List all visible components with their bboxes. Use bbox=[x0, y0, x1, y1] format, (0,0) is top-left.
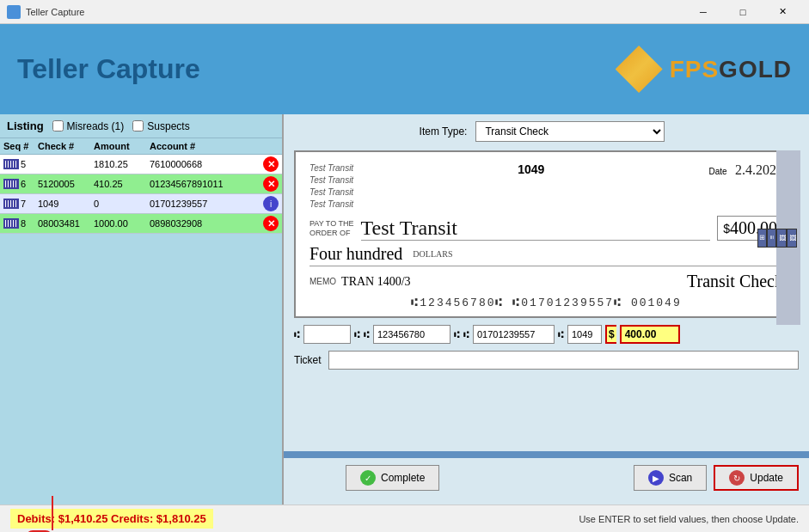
suspects-checkbox[interactable] bbox=[132, 120, 144, 131]
security-btn-2[interactable]: 🖼 bbox=[776, 229, 787, 248]
memo-area: MEMO TRAN 1400/3 bbox=[310, 275, 680, 289]
minimize-button[interactable]: ─ bbox=[683, 0, 723, 24]
field-sep-3: ⑆ bbox=[364, 329, 370, 339]
spacer bbox=[294, 376, 799, 451]
payee-name: Test Transit bbox=[361, 217, 711, 241]
table-row[interactable]: 7 1049 0 01701239557 i bbox=[0, 194, 282, 214]
bottom-status: Debits: $1,410.25 Credits: $1,810.25 Use… bbox=[0, 504, 809, 532]
left-panel: Listing Misreads (1) Suspects Seq # Chec… bbox=[0, 114, 284, 504]
scan-button[interactable]: ▶ Scan bbox=[634, 465, 707, 491]
item-type-select[interactable]: Transit Check bbox=[475, 121, 665, 142]
security-strip: 🖼 🖼 ≡ ⊞ bbox=[776, 150, 800, 325]
ticket-input[interactable] bbox=[328, 351, 799, 370]
item-type-row: Item Type: Transit Check bbox=[294, 121, 799, 142]
check-num: 5120005 bbox=[38, 179, 94, 189]
field-1-input[interactable] bbox=[303, 325, 351, 344]
content-area: Listing Misreads (1) Suspects Seq # Chec… bbox=[0, 114, 809, 504]
table-rows: 5 1810.25 7610000668 ✕ bbox=[0, 155, 282, 504]
check-payto-row: PAY TO THEORDER OF Test Transit $ 400.00 bbox=[310, 216, 783, 241]
update-icon: ↻ bbox=[729, 470, 745, 486]
table-header: Seq # Check # Amount Account # bbox=[0, 138, 282, 155]
app-header: Teller Capture FPSGOLD bbox=[0, 24, 809, 114]
right-panel: Item Type: Transit Check Test TransitTes… bbox=[284, 114, 809, 504]
account-cell: 7610000668 ✕ bbox=[150, 156, 279, 172]
col-check: Check # bbox=[38, 141, 94, 151]
seq-num: 7 bbox=[21, 199, 26, 209]
check-icon bbox=[3, 179, 19, 189]
ticket-row: Ticket bbox=[294, 351, 799, 370]
app-title: Teller Capture bbox=[17, 53, 200, 85]
seq-cell: 7 bbox=[3, 199, 38, 209]
amount-val: 410.25 bbox=[94, 179, 150, 189]
misreads-label: Misreads (1) bbox=[67, 120, 125, 132]
table-row[interactable]: 6 5120005 410.25 01234567891011 ✕ bbox=[0, 174, 282, 194]
seq-num: 5 bbox=[21, 159, 26, 169]
logo-diamond-icon bbox=[616, 46, 663, 93]
memo-value: TRAN 1400/3 bbox=[341, 275, 411, 289]
check-icon bbox=[3, 159, 19, 169]
check-num-area: 1049 bbox=[518, 162, 544, 211]
dollars-label: DOLLARS bbox=[413, 249, 452, 259]
logo-text: FPSGOLD bbox=[670, 56, 792, 83]
dollar-sign: $ bbox=[723, 222, 730, 235]
field-sep-5: ⑆ bbox=[463, 329, 469, 339]
suspects-check: Suspects bbox=[132, 120, 189, 132]
transit-text: Test TransitTest TransitTest TransitTest… bbox=[310, 162, 353, 211]
amount-val: 1810.25 bbox=[94, 159, 150, 169]
update-button[interactable]: ↻ Update bbox=[714, 465, 799, 491]
error-button[interactable]: ✕ bbox=[263, 156, 279, 172]
divider-bar bbox=[284, 451, 809, 458]
account-num: 01701239557 bbox=[150, 199, 207, 209]
check-image: Test TransitTest TransitTest TransitTest… bbox=[294, 150, 799, 318]
security-btn-1[interactable]: 🖼 bbox=[787, 229, 797, 248]
misreads-check: Misreads (1) bbox=[52, 120, 125, 132]
window-controls: ─ □ ✕ bbox=[683, 0, 802, 24]
pay-to-label: PAY TO THEORDER OF bbox=[310, 219, 354, 238]
security-btn-3[interactable]: ≡ bbox=[767, 229, 776, 248]
table-row[interactable]: 8 08003481 1000.00 0898032908 ✕ bbox=[0, 214, 282, 234]
col-seq: Seq # bbox=[3, 141, 38, 151]
listing-label: Listing bbox=[7, 119, 44, 132]
field-sep-1: ⑆ bbox=[294, 329, 300, 339]
account-num: 7610000668 bbox=[150, 159, 202, 169]
annotation-line: a. bbox=[26, 496, 53, 532]
misreads-checkbox[interactable] bbox=[52, 120, 64, 131]
seq-num: 6 bbox=[21, 179, 26, 189]
logo-area: FPSGOLD bbox=[616, 46, 792, 93]
buttons-row: ✓ Complete ▶ Scan ↻ Update bbox=[294, 458, 799, 498]
amount-input[interactable] bbox=[620, 325, 680, 344]
maximize-button[interactable]: □ bbox=[723, 0, 763, 24]
account-cell: 01234567891011 ✕ bbox=[150, 176, 279, 192]
title-bar: Teller Capture ─ □ ✕ bbox=[0, 0, 809, 24]
written-amount: Four hundred bbox=[310, 244, 402, 264]
memo-label: MEMO bbox=[310, 277, 336, 286]
col-amount: Amount bbox=[94, 141, 150, 151]
checknum-input[interactable] bbox=[567, 325, 602, 344]
account-input[interactable] bbox=[473, 325, 555, 344]
check-num: 1049 bbox=[38, 199, 94, 209]
svg-rect-0 bbox=[9, 7, 19, 17]
title-bar-title: Teller Capture bbox=[26, 7, 84, 17]
seq-num: 8 bbox=[21, 218, 26, 229]
micr-line: ⑆123456780⑆ ⑆01701239557⑆ 001049 bbox=[310, 297, 783, 309]
security-btn-4[interactable]: ⊞ bbox=[757, 229, 767, 248]
seq-cell: 5 bbox=[3, 159, 38, 169]
complete-button[interactable]: ✓ Complete bbox=[346, 465, 439, 491]
info-button[interactable]: i bbox=[263, 196, 279, 211]
table-row[interactable]: 5 1810.25 7610000668 ✕ bbox=[0, 155, 282, 174]
seq-cell: 8 bbox=[3, 218, 38, 229]
ticket-label: Ticket bbox=[294, 354, 322, 366]
field-sep-4: ⑆ bbox=[454, 329, 460, 339]
main-container: Teller Capture FPSGOLD Listing Misreads … bbox=[0, 24, 809, 532]
check-icon bbox=[3, 199, 19, 209]
error-button[interactable]: ✕ bbox=[263, 176, 279, 192]
app-icon bbox=[7, 5, 21, 19]
close-button[interactable]: ✕ bbox=[763, 0, 802, 24]
col-account: Account # bbox=[150, 141, 279, 151]
routing-input[interactable] bbox=[373, 325, 450, 344]
account-num: 0898032908 bbox=[150, 218, 202, 229]
seq-cell: 6 bbox=[3, 179, 38, 189]
update-label: Update bbox=[750, 472, 783, 484]
error-button[interactable]: ✕ bbox=[263, 216, 279, 231]
listing-header: Listing Misreads (1) Suspects bbox=[0, 114, 282, 138]
